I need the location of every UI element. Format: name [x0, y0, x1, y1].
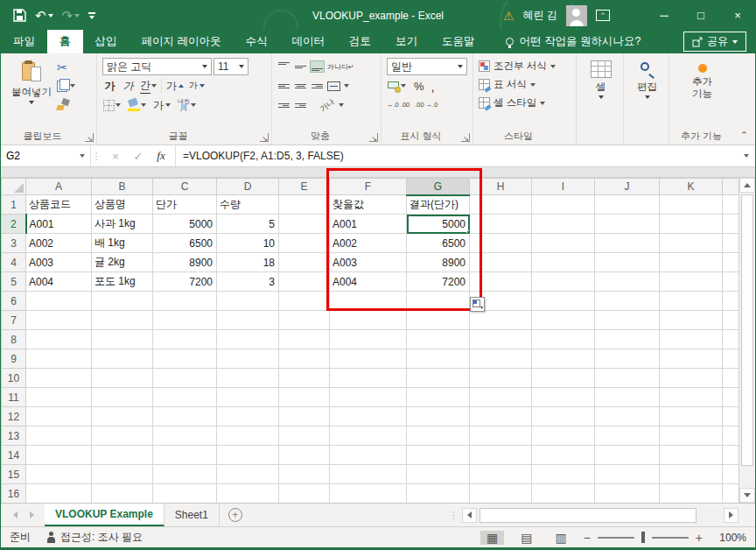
row-header-13[interactable]: 13 — [2, 427, 26, 446]
cell-C11[interactable] — [153, 388, 217, 407]
cell-B2[interactable]: 사과 1kg — [92, 215, 153, 234]
merge-center-button[interactable] — [327, 81, 340, 91]
cell-H9[interactable] — [470, 349, 532, 369]
user-name[interactable]: 혜린 김 — [523, 8, 557, 23]
cell-F9[interactable] — [330, 349, 407, 369]
font-color-button[interactable]: 가 — [152, 97, 172, 114]
warning-icon[interactable]: ⚠ — [503, 9, 514, 23]
ribbon-tab-삽입[interactable]: 삽입 — [83, 30, 130, 53]
scroll-down-button[interactable] — [739, 488, 755, 503]
cell-H12[interactable] — [470, 407, 532, 427]
decrease-font-size-button[interactable]: 가 — [188, 78, 206, 95]
column-header-B[interactable]: B — [92, 179, 153, 195]
cell-B11[interactable] — [92, 388, 153, 407]
font-name-select[interactable]: 맑은 고딕 — [102, 58, 212, 75]
cell-H15[interactable] — [470, 465, 532, 484]
cell-H13[interactable] — [470, 427, 532, 446]
column-header-I[interactable]: I — [532, 179, 595, 195]
number-format-select[interactable]: 일반 — [387, 58, 467, 75]
cell-D6[interactable] — [217, 292, 279, 311]
cell-C8[interactable] — [153, 330, 217, 349]
cell-E10[interactable] — [279, 369, 330, 388]
cell-E9[interactable] — [279, 349, 330, 369]
cell-D15[interactable] — [217, 465, 279, 484]
ribbon-tab-페이지 레이아웃[interactable]: 페이지 레이아웃 — [130, 30, 234, 53]
row-header-4[interactable]: 4 — [2, 253, 26, 272]
row-header-9[interactable]: 9 — [2, 349, 26, 369]
alignment-dialog-launcher[interactable] — [369, 133, 378, 142]
cell-G16[interactable] — [407, 484, 470, 504]
cell-A3[interactable]: A002 — [26, 234, 92, 253]
cell-A14[interactable] — [26, 446, 92, 465]
customize-qat-button[interactable] — [88, 12, 95, 19]
fill-handle[interactable] — [466, 230, 470, 234]
cell-F15[interactable] — [330, 465, 407, 484]
cell-E7[interactable] — [279, 311, 330, 330]
cell-H4[interactable] — [470, 253, 532, 272]
cell-H3[interactable] — [470, 234, 532, 253]
cell-J16[interactable] — [595, 484, 660, 504]
align-left-button[interactable] — [277, 81, 290, 91]
cell-J1[interactable] — [595, 195, 660, 215]
cell-B5[interactable]: 포도 1kg — [92, 272, 153, 292]
cell-B15[interactable] — [92, 465, 153, 484]
cell-G1[interactable]: 결과(단가) — [407, 195, 470, 215]
row-header-2[interactable]: 2 — [2, 215, 26, 234]
increase-indent-button[interactable] — [294, 100, 307, 110]
borders-button[interactable] — [102, 97, 122, 114]
cell-E13[interactable] — [279, 427, 330, 446]
cell-D1[interactable]: 수량 — [217, 195, 279, 215]
next-sheet-button[interactable] — [30, 511, 34, 518]
cell-B9[interactable] — [92, 349, 153, 369]
cell-D2[interactable]: 5 — [217, 215, 279, 234]
percent-style-button[interactable]: % — [414, 80, 424, 93]
tab-bar-resizer[interactable]: ⋮ — [449, 504, 458, 526]
cell-K16[interactable] — [660, 484, 723, 504]
cell-I1[interactable] — [532, 195, 595, 215]
close-button[interactable]: × — [724, 1, 752, 30]
cell-G12[interactable] — [407, 407, 470, 427]
cell-F5[interactable]: A004 — [330, 272, 407, 292]
cell-K10[interactable] — [660, 369, 723, 388]
row-header-12[interactable]: 12 — [2, 407, 26, 427]
bold-button[interactable]: 가 — [102, 78, 117, 95]
cell-J8[interactable] — [595, 330, 660, 349]
ribbon-tab-수식[interactable]: 수식 — [233, 30, 279, 53]
cell-A13[interactable] — [26, 427, 92, 446]
cell-A5[interactable]: A004 — [26, 272, 92, 292]
cell-E14[interactable] — [279, 446, 330, 465]
formula-input[interactable]: =VLOOKUP(F2, A1:D5, 3, FALSE) — [176, 145, 738, 166]
cell-A12[interactable] — [26, 407, 92, 427]
font-dialog-launcher[interactable] — [260, 133, 269, 142]
cell-K4[interactable] — [660, 253, 723, 272]
cell-E16[interactable] — [279, 484, 330, 504]
scroll-left-button[interactable] — [462, 508, 477, 523]
cell-F8[interactable] — [330, 330, 407, 349]
cell-D12[interactable] — [217, 407, 279, 427]
tell-me-box[interactable]: 어떤 작업을 원하시나요? — [506, 30, 640, 53]
cell-H14[interactable] — [470, 446, 532, 465]
cell-K15[interactable] — [660, 465, 723, 484]
column-header-G[interactable]: G — [407, 179, 470, 195]
cell-I5[interactable] — [532, 272, 595, 292]
cell-G8[interactable] — [407, 330, 470, 349]
cell-F1[interactable]: 찾을값 — [330, 195, 407, 215]
cell-F11[interactable] — [330, 388, 407, 407]
paste-button[interactable]: 붙여넣기 — [6, 57, 57, 112]
cell-H5[interactable] — [470, 272, 532, 292]
cell-I3[interactable] — [532, 234, 595, 253]
maximize-button[interactable]: □ — [687, 1, 715, 30]
insert-function-button[interactable]: fx — [150, 147, 172, 165]
cell-A4[interactable]: A003 — [26, 253, 92, 272]
column-header-F[interactable]: F — [330, 179, 407, 195]
cell-C10[interactable] — [153, 369, 217, 388]
cell-E15[interactable] — [279, 465, 330, 484]
cell-E2[interactable] — [279, 215, 330, 234]
cell-E4[interactable] — [279, 253, 330, 272]
cell-E1[interactable] — [279, 195, 330, 215]
italic-button[interactable]: 가 — [121, 78, 136, 95]
horizontal-scrollbar[interactable] — [462, 506, 738, 524]
enter-button[interactable]: ✓ — [128, 147, 149, 165]
cell-B13[interactable] — [92, 427, 153, 446]
cell-J11[interactable] — [595, 388, 660, 407]
